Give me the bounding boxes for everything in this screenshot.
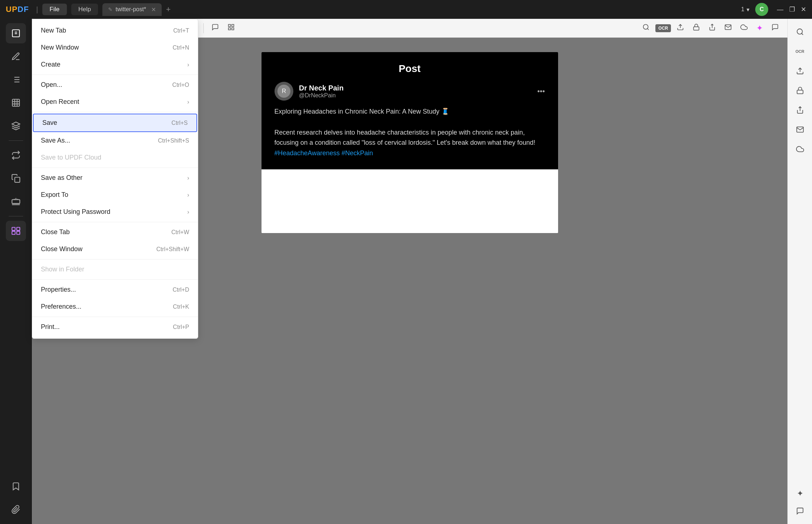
svg-rect-37: [232, 28, 234, 30]
add-tab-button[interactable]: +: [163, 3, 174, 16]
file-dropdown-overlay: New Tab Ctrl+T New Window Ctrl+N Create …: [32, 19, 198, 339]
mail-button[interactable]: [722, 21, 735, 35]
svg-text:R: R: [282, 88, 286, 94]
right-ai-rainbow-button[interactable]: ✦: [791, 485, 809, 502]
svg-marker-14: [12, 122, 20, 126]
menu-item-save-as[interactable]: Save As... Ctrl+Shift+S: [32, 132, 198, 149]
menu-item-export-to[interactable]: Export To ›: [32, 186, 198, 203]
right-security-button[interactable]: [791, 82, 809, 99]
toolbar-right: OCR: [639, 21, 782, 35]
page-count-value: 1: [741, 6, 744, 13]
sidebar-item-stamp[interactable]: [6, 191, 26, 212]
svg-point-39: [643, 25, 648, 29]
menu-item-new-window-shortcut: Ctrl+N: [173, 45, 189, 51]
app-logo: UPDF: [6, 5, 29, 14]
cloud-button[interactable]: [737, 21, 751, 35]
menu-item-save-as-shortcut: Ctrl+Shift+S: [158, 138, 189, 144]
menu-item-save-as-other[interactable]: Save as Other ›: [32, 169, 198, 186]
svg-rect-21: [17, 231, 20, 234]
sidebar-item-bookmark[interactable]: [6, 476, 26, 496]
menu-item-protect-password[interactable]: Protect Using Password ›: [32, 203, 198, 220]
menu-item-create[interactable]: Create ›: [32, 56, 198, 73]
right-ocr-button[interactable]: OCR: [791, 43, 809, 60]
menu-item-open[interactable]: Open... Ctrl+O: [32, 76, 198, 93]
svg-point-46: [797, 29, 802, 34]
svg-rect-20: [12, 231, 15, 234]
right-mail-button[interactable]: [791, 121, 809, 138]
menu-sep-6: [32, 279, 198, 280]
tab-close-icon[interactable]: ✕: [151, 6, 156, 13]
toolbar-sep-2: [203, 23, 204, 33]
svg-rect-35: [229, 25, 231, 27]
file-dropdown-menu: New Tab Ctrl+T New Window Ctrl+N Create …: [32, 19, 198, 339]
menu-item-print[interactable]: Print... Ctrl+P: [32, 318, 198, 335]
sidebar-item-layers[interactable]: [6, 116, 26, 136]
menu-item-properties-shortcut: Ctrl+D: [173, 287, 189, 293]
svg-line-47: [802, 33, 803, 35]
menu-item-open-shortcut: Ctrl+O: [172, 82, 189, 88]
menu-item-properties-label: Properties...: [41, 286, 76, 293]
sidebar-item-edit[interactable]: [6, 23, 26, 43]
ocr-button[interactable]: OCR: [655, 24, 671, 32]
title-bar: UPDF | File Help ✎ twitter-post* ✕ + 1 ▾…: [0, 0, 812, 19]
menu-item-properties[interactable]: Properties... Ctrl+D: [32, 281, 198, 298]
file-menu-button[interactable]: File: [42, 4, 67, 15]
comment-mode-button[interactable]: [209, 21, 222, 35]
tweet-card: Post R Dr Neck Pain @DrNeckPain ••: [262, 52, 558, 169]
menu-item-save[interactable]: Save Ctrl+S: [33, 114, 197, 132]
right-cloud-button[interactable]: [791, 140, 809, 158]
document-tab[interactable]: ✎ twitter-post* ✕: [102, 3, 161, 16]
menu-item-open-recent-label: Open Recent: [41, 98, 79, 106]
tweet-title: Post: [275, 63, 545, 75]
menu-item-open-label: Open...: [41, 81, 62, 89]
svg-rect-38: [229, 28, 231, 30]
right-extract-button[interactable]: [791, 62, 809, 80]
user-avatar[interactable]: C: [755, 3, 768, 16]
menu-item-close-window-shortcut: Ctrl+Shift+W: [156, 246, 189, 253]
sidebar-item-attachment[interactable]: [6, 499, 26, 520]
help-menu-button[interactable]: Help: [71, 4, 98, 15]
right-share-button[interactable]: [791, 101, 809, 119]
tweet-author-info: Dr Neck Pain @DrNeckPain: [299, 84, 344, 99]
menu-item-open-recent[interactable]: Open Recent ›: [32, 93, 198, 110]
menu-item-new-window[interactable]: New Window Ctrl+N: [32, 39, 198, 56]
menu-item-close-window[interactable]: Close Window Ctrl+Shift+W: [32, 241, 198, 258]
tweet-hashtags: #HeadacheAwareness #NeckPain: [275, 149, 373, 157]
menu-item-print-label: Print...: [41, 323, 60, 331]
ai-button[interactable]: ✦: [753, 21, 766, 35]
close-button[interactable]: ✕: [801, 5, 806, 13]
menu-item-save-as-label: Save As...: [41, 137, 70, 144]
menu-item-new-tab-label: New Tab: [41, 27, 66, 34]
menu-item-new-tab[interactable]: New Tab Ctrl+T: [32, 22, 198, 39]
extract-button[interactable]: [674, 21, 687, 35]
menu-sep-7: [32, 317, 198, 317]
layout-button[interactable]: [225, 21, 238, 35]
menu-item-save-updf-cloud-label: Save to UPDF Cloud: [41, 154, 101, 161]
svg-rect-18: [12, 227, 15, 231]
menu-sep-5: [32, 259, 198, 259]
share-button[interactable]: [706, 21, 719, 35]
sidebar-item-brush[interactable]: [6, 46, 26, 67]
sidebar-item-table[interactable]: [6, 93, 26, 113]
sidebar-item-list[interactable]: [6, 69, 26, 90]
menu-item-preferences[interactable]: Preferences... Ctrl+K: [32, 298, 198, 315]
chat-ai-button[interactable]: [769, 21, 782, 35]
minimize-button[interactable]: —: [777, 5, 783, 13]
svg-line-40: [647, 29, 649, 30]
page-count-dropdown-icon: ▾: [747, 6, 749, 13]
sidebar-item-layers2[interactable]: [6, 221, 26, 241]
search-button[interactable]: [639, 21, 652, 35]
sidebar-item-copy[interactable]: [6, 168, 26, 189]
submenu-arrow-save-as-other: ›: [187, 175, 189, 181]
security-button[interactable]: [690, 21, 703, 35]
menu-item-save-as-other-label: Save as Other: [41, 174, 82, 182]
maximize-button[interactable]: ❐: [789, 5, 795, 13]
menu-item-close-tab[interactable]: Close Tab Ctrl+W: [32, 224, 198, 241]
right-search-button[interactable]: [791, 23, 809, 41]
tab-name: twitter-post*: [115, 6, 146, 13]
sidebar-item-convert[interactable]: [6, 145, 26, 165]
right-chat-button[interactable]: [791, 502, 809, 520]
menu-item-new-window-label: New Window: [41, 44, 79, 51]
page-count-display[interactable]: 1 ▾: [741, 6, 749, 13]
right-sidebar: OCR: [787, 19, 812, 524]
